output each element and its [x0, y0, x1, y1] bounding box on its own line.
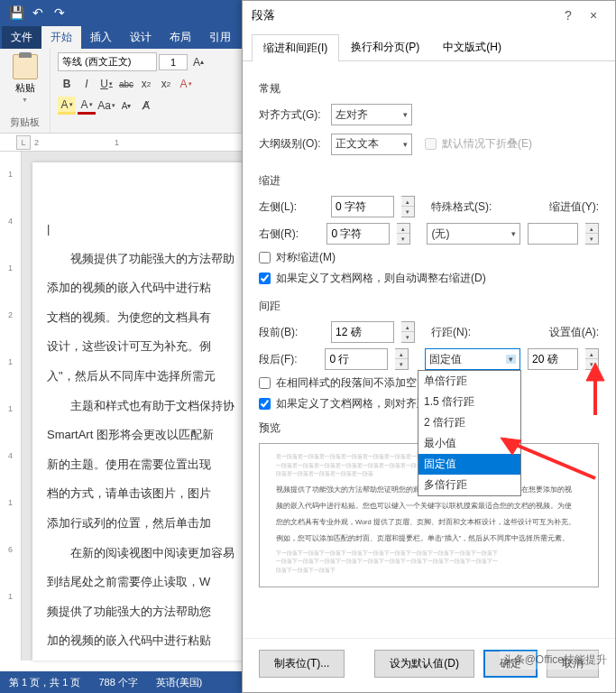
tab-home[interactable]: 开始	[41, 26, 81, 49]
redo-icon[interactable]: ↷	[49, 2, 70, 23]
dialog-title: 段落	[252, 7, 556, 23]
tab-insert[interactable]: 插入	[81, 26, 121, 49]
superscript-button[interactable]: x2	[157, 75, 175, 93]
right-indent-label: 右侧(R):	[259, 226, 319, 242]
font-color-button[interactable]: A▾	[78, 97, 96, 115]
highlight-button[interactable]: A▾	[58, 97, 76, 115]
document-page[interactable]: | 视频提供了功能强大的方法帮助 添加的视频的嵌入代码中进行粘 文档的视频。为使…	[32, 162, 249, 661]
clipboard-group: 粘贴 ▼ 剪贴板	[0, 49, 51, 133]
alignment-select[interactable]: 左对齐▾	[331, 104, 412, 125]
paragraph: 添加行或列的位置，然后单击加	[47, 511, 249, 537]
font-name-combo[interactable]: 等线 (西文正文)	[58, 52, 157, 71]
paragraph: 档的方式，请单击该图片，图片	[47, 481, 249, 507]
tab-reference[interactable]: 引用	[200, 26, 240, 49]
clipboard-group-label: 剪贴板	[4, 114, 46, 131]
grid-indent-checkbox[interactable]	[259, 273, 271, 284]
page-indicator[interactable]: 第 1 页，共 1 页	[9, 676, 80, 689]
grid-indent-label: 如果定义了文档网格，则自动调整右缩进(D)	[276, 271, 486, 286]
tab-selector[interactable]: L	[16, 135, 31, 150]
paragraph: 入"，然后从不同库中选择所需元	[47, 364, 249, 390]
outline-label: 大纲级别(O):	[259, 136, 324, 152]
shrink-font-button[interactable]: A▾	[117, 97, 135, 115]
paragraph: 文档的视频。为使您的文档具有	[47, 305, 249, 331]
help-button[interactable]: ?	[556, 8, 581, 23]
left-indent-input[interactable]	[331, 196, 394, 217]
right-indent-spinner[interactable]: ▴▾	[397, 223, 410, 245]
special-indent-label: 特殊格式(S):	[431, 199, 492, 215]
right-indent-input[interactable]	[326, 223, 390, 245]
set-default-button[interactable]: 设为默认值(D)	[374, 650, 474, 678]
paragraph: 加的视频的嵌入代码中进行粘贴	[47, 628, 249, 654]
tab-line-page-breaks[interactable]: 换行和分页(P)	[339, 33, 431, 60]
linespacing-select[interactable]: 固定值▾	[425, 348, 520, 370]
section-general: 常规	[259, 81, 599, 97]
dialog-titlebar: 段落 ? ×	[243, 1, 615, 30]
strike-button[interactable]: abc	[117, 75, 135, 93]
tab-layout[interactable]: 布局	[161, 26, 200, 49]
section-spacing: 间距	[259, 299, 599, 314]
annotation-arrow-icon	[559, 361, 613, 428]
word-count[interactable]: 788 个字	[98, 676, 137, 689]
dialog-tabs: 缩进和间距(I) 换行和分页(P) 中文版式(H)	[243, 30, 615, 61]
nospace-label: 在相同样式的段落间不添加空	[276, 375, 417, 391]
italic-button[interactable]: I	[78, 75, 96, 93]
at-label: 设置值(A):	[549, 325, 599, 340]
annotation-arrow-icon	[496, 433, 604, 491]
left-indent-spinner[interactable]: ▴▾	[401, 196, 415, 217]
bold-button[interactable]: B	[58, 75, 76, 93]
by-indent-spinner[interactable]: ▴▾	[585, 223, 599, 245]
after-spinner[interactable]: ▴▾	[395, 348, 409, 370]
language-indicator[interactable]: 英语(美国)	[156, 676, 202, 689]
change-case-button[interactable]: Aa▾	[97, 97, 115, 115]
font-size-combo[interactable]: 1	[159, 54, 188, 70]
paste-button[interactable]: 粘贴 ▼	[4, 51, 46, 106]
grid-space-checkbox[interactable]	[259, 398, 271, 410]
paragraph: 添加的视频的嵌入代码中进行粘	[47, 275, 249, 301]
clear-format-button[interactable]: A̸	[137, 97, 155, 115]
tab-design[interactable]: 设计	[121, 26, 161, 49]
svg-marker-3	[586, 363, 604, 381]
before-spinner[interactable]: ▴▾	[401, 321, 415, 343]
outline-select[interactable]: 正文文本▾	[331, 134, 412, 155]
left-indent-label: 左侧(L):	[259, 199, 324, 215]
linespacing-option-double[interactable]: 2 倍行距	[418, 412, 520, 433]
tab-asian-typography[interactable]: 中文版式(H)	[431, 33, 513, 60]
collapsed-label: 默认情况下折叠(E)	[442, 136, 532, 152]
subscript-button[interactable]: x2	[137, 75, 155, 93]
paragraph: 频提供了功能强大的方法帮助您	[47, 599, 249, 625]
close-button[interactable]: ×	[581, 8, 606, 23]
tab-indent-spacing[interactable]: 缩进和间距(I)	[252, 34, 339, 61]
after-input[interactable]	[325, 348, 388, 370]
paragraph-dialog: 段落 ? × 缩进和间距(I) 换行和分页(P) 中文版式(H) 常规 对齐方式…	[242, 0, 616, 693]
before-input[interactable]	[331, 321, 394, 343]
mirror-indent-checkbox[interactable]	[259, 252, 271, 263]
linespacing-label: 行距(N):	[431, 325, 471, 340]
by-indent-input[interactable]	[528, 223, 578, 245]
paragraph: 视频提供了功能强大的方法帮助	[47, 246, 249, 273]
grow-font-button[interactable]: A▴	[189, 53, 207, 71]
section-indent: 缩进	[259, 173, 599, 189]
paragraph: 在新的阅读视图中阅读更加容易	[47, 541, 249, 567]
paragraph: 主题和样式也有助于文档保持协	[47, 393, 249, 420]
before-label: 段前(B):	[259, 325, 324, 340]
underline-button[interactable]: U▾	[97, 75, 115, 93]
alignment-label: 对齐方式(G):	[259, 107, 324, 123]
paste-label: 粘贴	[15, 81, 35, 95]
watermark: 头条@Office技能提升	[500, 651, 611, 670]
undo-icon[interactable]: ↶	[27, 2, 49, 23]
nospace-checkbox[interactable]	[259, 377, 271, 389]
linespacing-option-single[interactable]: 单倍行距	[418, 371, 520, 392]
mirror-indent-label: 对称缩进(M)	[276, 250, 336, 265]
vertical-ruler: 14 12 11 41 61	[0, 152, 22, 661]
tabs-button[interactable]: 制表位(T)...	[259, 650, 345, 678]
grid-space-label: 如果定义了文档网格，则对齐到	[276, 396, 428, 411]
tab-file[interactable]: 文件	[2, 26, 41, 49]
save-icon[interactable]: 💾	[5, 2, 27, 23]
text-effects-button[interactable]: A▾	[177, 75, 195, 93]
svg-line-0	[510, 442, 595, 478]
collapsed-checkbox	[425, 138, 437, 150]
linespacing-option-1-5[interactable]: 1.5 倍行距	[418, 392, 520, 412]
special-indent-select[interactable]: (无)▾	[427, 223, 520, 245]
after-label: 段后(F):	[259, 352, 317, 367]
clipboard-icon	[13, 54, 38, 79]
